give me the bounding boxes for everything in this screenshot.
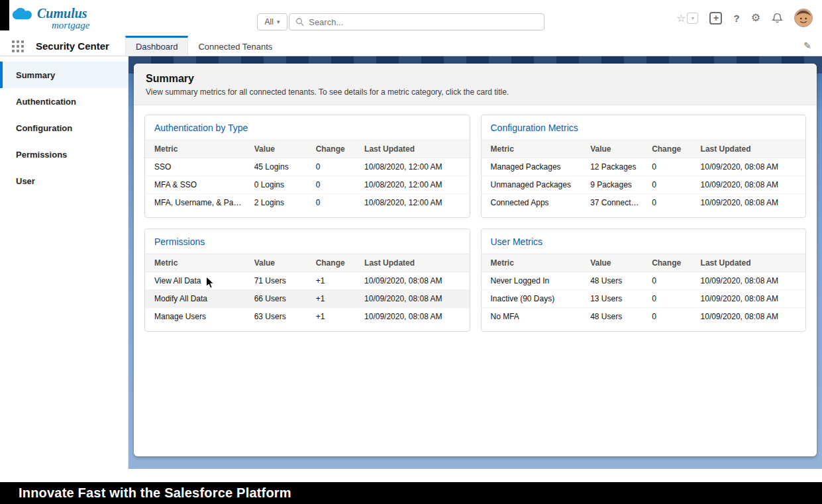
sidebar-item-authentication[interactable]: Authentication — [0, 88, 128, 115]
cell-value: 13 Users — [585, 290, 646, 308]
logo-text: Cumulus mortgage — [37, 7, 90, 30]
app-navigation-bar: Security Center Dashboard Connected Tena… — [0, 36, 822, 56]
cell-metric: Manage Users — [145, 308, 249, 326]
letterbox-corner — [0, 0, 9, 30]
summary-panel: Summary View summary metrics for all con… — [134, 64, 817, 456]
card-configuration-metrics: Configuration Metrics Metric Value Chang… — [481, 115, 807, 218]
search-input[interactable] — [309, 17, 538, 27]
cell-last-updated: 10/08/2020, 12:00 AM — [359, 176, 469, 194]
cell-last-updated: 10/09/2020, 08:08 AM — [695, 176, 805, 194]
favorites-star-icon[interactable]: ☆ — [676, 12, 686, 25]
col-change: Change — [311, 254, 359, 272]
card-title-link[interactable]: Permissions — [145, 229, 470, 254]
table-row[interactable]: No MFA 48 Users 0 10/09/2020, 08:08 AM — [482, 308, 806, 326]
cell-value: 9 Packages — [585, 176, 646, 194]
cell-change: 0 — [646, 308, 695, 326]
table-row[interactable]: MFA & SSO 0 Logins 0 10/08/2020, 12:00 A… — [145, 176, 470, 194]
sidebar-item-summary[interactable]: Summary — [0, 62, 128, 88]
metric-table: Metric Value Change Last Updated SSO 45 … — [145, 140, 470, 211]
cell-last-updated: 10/09/2020, 08:08 AM — [695, 158, 805, 176]
metric-table: Metric Value Change Last Updated View Al… — [145, 254, 470, 325]
sidebar-item-configuration[interactable]: Configuration — [0, 115, 128, 141]
cell-change: 0 — [646, 176, 695, 194]
cell-last-updated: 10/09/2020, 08:08 AM — [359, 272, 469, 290]
panel-header: Summary View summary metrics for all con… — [134, 64, 817, 105]
cell-change: 0 — [646, 290, 695, 308]
search-scope-label: All — [265, 17, 274, 26]
video-caption-text: Innovate Fast with the Salesforce Platfo… — [19, 485, 291, 501]
cell-value: 37 Connected... — [585, 194, 646, 212]
cell-last-updated: 10/09/2020, 08:08 AM — [359, 290, 469, 308]
table-row[interactable]: Inactive (90 Days) 13 Users 0 10/09/2020… — [482, 290, 806, 308]
cell-last-updated: 10/09/2020, 08:08 AM — [695, 308, 805, 326]
table-row[interactable]: Manage Users 63 Users +1 10/09/2020, 08:… — [145, 308, 470, 326]
card-user-metrics: User Metrics Metric Value Change Last Up… — [481, 228, 807, 332]
header-actions: ☆ ▾ + ? ⚙ — [676, 9, 813, 27]
cell-change: 0 — [311, 176, 359, 194]
favorites-control: ☆ ▾ — [676, 12, 698, 25]
col-metric: Metric — [145, 254, 249, 272]
cell-last-updated: 10/09/2020, 08:08 AM — [695, 290, 805, 308]
notifications-bell-icon[interactable] — [772, 13, 783, 24]
cell-metric: MFA, Username, & Password — [145, 194, 249, 212]
col-last-updated: Last Updated — [695, 140, 805, 158]
table-row[interactable]: SSO 45 Logins 0 10/08/2020, 12:00 AM — [145, 158, 470, 176]
page-title: Summary — [146, 73, 805, 85]
table-row[interactable]: Unmanaged Packages 9 Packages 0 10/09/20… — [482, 176, 806, 194]
metric-table: Metric Value Change Last Updated Never L… — [482, 254, 806, 325]
search-scope-dropdown[interactable]: All ▾ — [257, 13, 287, 30]
cell-metric: Connected Apps — [482, 194, 586, 212]
sidebar-nav: Summary Authentication Configuration Per… — [0, 56, 128, 469]
card-title-link[interactable]: Authentication by Type — [145, 115, 470, 140]
search-icon — [295, 17, 304, 26]
table-header-row: Metric Value Change Last Updated — [145, 254, 470, 272]
cell-metric: Managed Packages — [482, 158, 586, 176]
col-change: Change — [646, 254, 695, 272]
col-last-updated: Last Updated — [359, 254, 469, 272]
table-row[interactable]: MFA, Username, & Password 2 Logins 0 10/… — [145, 194, 470, 212]
card-title-link[interactable]: User Metrics — [482, 229, 806, 254]
global-actions-plus-icon[interactable]: + — [709, 12, 722, 25]
cell-value: 63 Users — [249, 308, 311, 326]
logo-subname: mortgage — [52, 21, 90, 30]
tab-connected-tenants[interactable]: Connected Tenants — [188, 36, 282, 56]
col-last-updated: Last Updated — [359, 140, 469, 158]
table-row[interactable]: Modify All Data 66 Users +1 10/09/2020, … — [145, 290, 470, 308]
card-title-link[interactable]: Configuration Metrics — [482, 115, 806, 140]
tab-dashboard[interactable]: Dashboard — [125, 36, 189, 56]
content-region: Summary Authentication Configuration Per… — [0, 56, 822, 469]
company-logo: Cumulus mortgage — [11, 5, 90, 30]
edit-pencil-icon[interactable]: ✎ — [803, 40, 811, 51]
table-row[interactable]: Managed Packages 12 Packages 0 10/09/202… — [482, 158, 806, 176]
table-row[interactable]: View All Data 71 Users +1 10/09/2020, 08… — [145, 272, 470, 290]
cell-change: +1 — [311, 308, 359, 326]
letterbox-gap — [0, 469, 822, 482]
user-avatar[interactable] — [794, 9, 813, 27]
cell-value: 48 Users — [585, 272, 646, 290]
app-launcher-waffle-icon[interactable] — [12, 40, 25, 54]
avatar-illustration — [795, 9, 812, 26]
sidebar-item-permissions[interactable]: Permissions — [0, 141, 128, 168]
col-value: Value — [249, 140, 311, 158]
cell-last-updated: 10/09/2020, 08:08 AM — [359, 308, 469, 326]
favorites-dropdown-icon[interactable]: ▾ — [687, 13, 698, 24]
cell-value: 66 Users — [249, 290, 311, 308]
cell-value: 71 Users — [249, 272, 311, 290]
metric-table: Metric Value Change Last Updated Managed… — [482, 140, 806, 211]
cell-metric: Inactive (90 Days) — [482, 290, 586, 308]
table-row[interactable]: Never Logged In 48 Users 0 10/09/2020, 0… — [482, 272, 806, 290]
cell-metric: MFA & SSO — [145, 176, 249, 194]
help-icon[interactable]: ? — [733, 13, 739, 23]
table-header-row: Metric Value Change Last Updated — [145, 140, 470, 158]
col-value: Value — [585, 254, 646, 272]
col-last-updated: Last Updated — [695, 254, 805, 272]
setup-gear-icon[interactable]: ⚙ — [751, 13, 760, 23]
cell-metric: Unmanaged Packages — [482, 176, 586, 194]
cell-change: 0 — [311, 158, 359, 176]
col-value: Value — [585, 140, 646, 158]
cell-last-updated: 10/08/2020, 12:00 AM — [359, 194, 469, 212]
metric-cards-grid: Authentication by Type Metric Value Chan… — [134, 105, 817, 341]
sidebar-item-user[interactable]: User — [0, 168, 128, 194]
table-row[interactable]: Connected Apps 37 Connected... 0 10/09/2… — [482, 194, 806, 212]
col-metric: Metric — [482, 254, 586, 272]
